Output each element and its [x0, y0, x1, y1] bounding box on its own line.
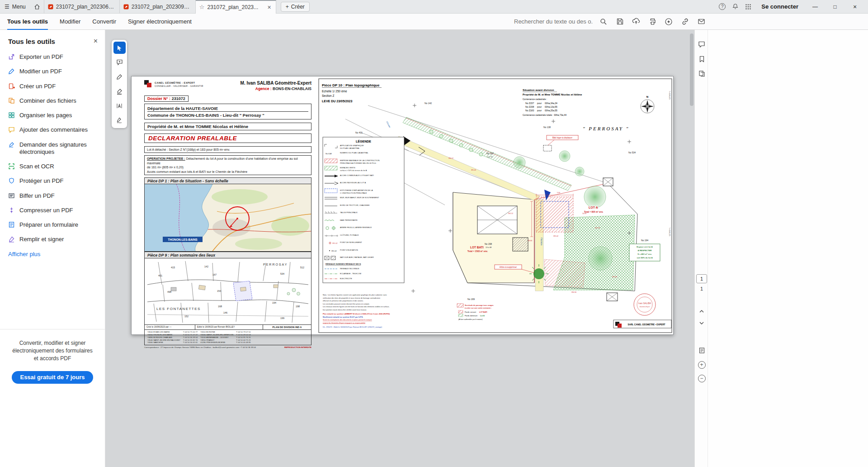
apps-grid-icon[interactable]	[745, 4, 751, 10]
svg-text:4 à 74: 4 à 74	[487, 156, 493, 158]
svg-text:No 401: No 401	[355, 131, 363, 134]
document-tab-3-active[interactable]: ☆ 231072_plan_2023... ×	[196, 0, 276, 14]
tool-scan-ocr[interactable]: Scan et OCR	[0, 159, 105, 174]
close-window-button[interactable]: ×	[848, 3, 862, 10]
svg-text:MUR, MUR BAHUT, MUR DE SOUTENE: MUR, MUR BAHUT, MUR DE SOUTENEMENT	[340, 196, 379, 199]
sign-in-button[interactable]: Se connecter	[761, 3, 798, 10]
tool-label: Ajouter des commentaires	[19, 126, 88, 133]
svg-text:POINT DE NIVELLEMENT: POINT DE NIVELLEMENT	[340, 241, 362, 243]
tool-export-pdf[interactable]: Exporter un PDF	[0, 50, 105, 64]
chevron-up-icon[interactable]	[696, 306, 707, 317]
select-tool[interactable]	[113, 42, 126, 54]
tool-add-comments[interactable]: Ajouter des commentaires	[0, 123, 105, 137]
legend-box: LÉGENDE APPLICATION GRAPHIQUEDU PLAN CAD…	[323, 137, 404, 283]
svg-text:Les réseaux enterrés figurés o: Les réseaux enterrés figurés ont été lev…	[323, 306, 389, 308]
tab-label: 231072_plan_2023...	[207, 4, 264, 10]
plan-survey-date: LEVE DU 23/05/2023	[322, 100, 352, 103]
vertical-scrollbar[interactable]	[690, 33, 693, 463]
document-area: CANEL GÉOMÈTRE - EXPERT CONSEILLER - VAL…	[105, 30, 694, 467]
parcel-number: 153	[217, 290, 221, 292]
toolbar-tab-all-tools[interactable]: Tous les outils	[7, 14, 48, 30]
coordinate-label: Y=6248,425	[669, 91, 670, 100]
svg-text:Fonds dominant :: Fonds dominant :	[465, 315, 478, 317]
tool-label: Modifier un PDF	[19, 68, 62, 75]
tool-fill-sign[interactable]: Remplir et signer	[0, 232, 105, 247]
prepare-form-icon	[8, 221, 15, 228]
dossier-number-box: Dossier N° : 231072	[144, 95, 189, 102]
comments-panel-icon[interactable]	[696, 39, 707, 50]
svg-text:vérification des titres de pro: vérification des titres de propriété et …	[323, 297, 380, 299]
svg-text:391.78: 391.78	[595, 227, 600, 229]
add-comment-tool[interactable]	[113, 56, 126, 68]
svg-text:LOT BATI: LOT BATI	[470, 246, 484, 249]
zoom-in-icon[interactable]: +	[696, 359, 707, 370]
stamp-title: Géomètre-Expert	[639, 306, 650, 308]
search-icon[interactable]	[598, 16, 609, 28]
svg-text:BORD DE TROTTOIR, CHAUSSEE: BORD DE TROTTOIR, CHAUSSEE	[340, 204, 370, 206]
redact-pdf-icon	[8, 192, 15, 199]
cadastral-sketch: 415 142 401 167 534 512 498 153 168 194 …	[144, 258, 311, 325]
tool-edit-pdf[interactable]: Modifier un PDF	[0, 64, 105, 79]
svg-text:No 169: No 169	[467, 298, 475, 300]
svg-text:PRINCIPALE AUTORISEE SELON LE: PRINCIPALE AUTORISEE SELON LE PLUi	[340, 162, 376, 164]
share-upload-icon[interactable]	[630, 16, 642, 28]
sign-tool[interactable]	[113, 114, 126, 126]
svg-text:POINT D'ELEVATION: POINT D'ELEVATION	[340, 249, 358, 251]
create-button[interactable]: + Créer	[281, 2, 310, 12]
toolbar-tab-convert[interactable]: Convertir	[92, 14, 116, 30]
svg-text:(A faire authentifier par le n: (A faire authentifier par le notaire)	[458, 319, 482, 320]
legend-networks-title: RÉSEAUX HUMIDES RÉSEAUX SECS	[326, 263, 361, 265]
help-icon[interactable]: ?	[719, 3, 726, 10]
svg-text:EMPRISE MAXIMALE DE LA CONSTRU: EMPRISE MAXIMALE DE LA CONSTRUCTION	[340, 159, 380, 162]
page-thumbnails-icon[interactable]	[696, 345, 707, 356]
document-tab-2[interactable]: 231072_plan_20230904_P...	[120, 0, 196, 14]
document-tab-1[interactable]: 231072_plan_20230615_p...	[44, 0, 120, 14]
add-text-tool[interactable]	[113, 100, 126, 112]
svg-text:Total = 805 m² env.: Total = 805 m² env.	[584, 211, 603, 213]
svg-text:ELECTRICITE: ELECTRICITE	[340, 277, 352, 280]
print-icon[interactable]	[646, 16, 658, 28]
zoom-out-icon[interactable]: −	[696, 373, 707, 384]
tool-label: Remplir et signer	[19, 236, 64, 243]
minimize-button[interactable]: —	[808, 4, 822, 10]
search-input[interactable]	[514, 18, 593, 25]
company-logo: CANEL GÉOMÈTRE - EXPERT CONSEILLER - VAL…	[144, 80, 203, 88]
star-icon[interactable]: ☆	[199, 4, 205, 10]
tool-protect-pdf[interactable]: Protéger un PDF	[0, 174, 105, 188]
link-icon[interactable]	[679, 16, 691, 28]
toolbar: Tous les outils Modifier Convertir Signe…	[0, 14, 868, 30]
home-button[interactable]	[30, 0, 44, 13]
toolbar-tab-esign[interactable]: Signer électroniquement	[128, 14, 192, 30]
show-more-link[interactable]: Afficher plus	[0, 247, 105, 261]
notifications-icon[interactable]	[732, 3, 739, 10]
close-tab-icon[interactable]: ×	[267, 4, 272, 11]
tool-combine-files[interactable]: Combiner des fichiers	[0, 94, 105, 108]
toolbar-tab-edit[interactable]: Modifier	[60, 14, 80, 30]
free-trial-button[interactable]: Essai gratuit de 7 jours	[12, 371, 93, 384]
created-line: Créé le 16/06/2023 par —	[145, 325, 195, 329]
highlight-tool[interactable]	[113, 85, 126, 97]
pencil-tool[interactable]	[113, 71, 126, 83]
tool-request-signatures[interactable]: Demander des signatures électroniques	[0, 138, 105, 160]
maximize-button[interactable]: □	[828, 4, 842, 10]
tool-create-pdf[interactable]: Créer un PDF	[0, 79, 105, 94]
mail-icon[interactable]	[695, 16, 707, 28]
page-number-box[interactable]: 1	[696, 274, 707, 283]
chevron-down-icon[interactable]	[696, 318, 707, 329]
promo-text: Convertir, modifier et signer électroniq…	[0, 329, 105, 369]
scrollbar-thumb[interactable]	[690, 33, 693, 106]
svg-text:HAIE PERSISTANTE: HAIE PERSISTANTE	[340, 219, 358, 221]
svg-text:A RESPECTER: A RESPECTER	[637, 249, 652, 252]
tool-organize-pages[interactable]: Organiser les pages	[0, 108, 105, 123]
bookmarks-panel-icon[interactable]	[696, 53, 707, 64]
plan-type: PLAN DE DIVISION IND A	[263, 325, 311, 329]
tool-compress-pdf[interactable]: Compresser un PDF	[0, 203, 105, 218]
tool-redact-pdf[interactable]: Biffer un PDF	[0, 189, 105, 203]
save-icon[interactable]	[614, 16, 626, 28]
ai-assistant-icon[interactable]	[663, 16, 675, 28]
close-panel-icon[interactable]: ×	[94, 37, 98, 45]
svg-text:14.93: 14.93	[582, 213, 586, 214]
tool-prepare-form[interactable]: Préparer un formulaire	[0, 218, 105, 232]
attachments-panel-icon[interactable]	[696, 68, 707, 79]
menu-button[interactable]: ☰ Menu	[0, 0, 30, 13]
